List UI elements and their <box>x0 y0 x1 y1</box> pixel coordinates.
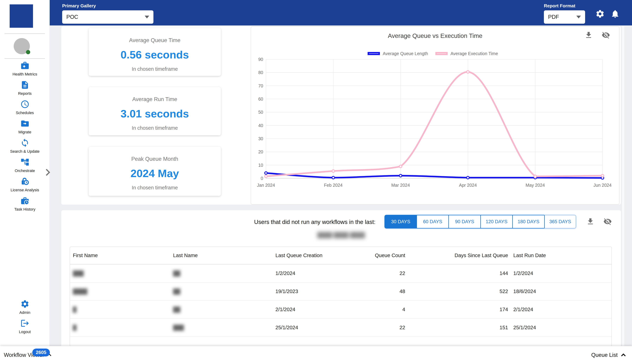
report-format-dropdown[interactable]: PDF <box>544 10 585 24</box>
cell-first-name: ███ <box>70 270 173 276</box>
chevron-down-icon <box>576 16 581 18</box>
hide-chart-eye-off-icon[interactable] <box>602 31 610 40</box>
cell-last-name: ██ <box>173 270 273 276</box>
svg-text:40: 40 <box>258 123 263 128</box>
sidebar-item-search-update[interactable]: Search & Update <box>0 138 50 158</box>
filter-365-days-button[interactable]: 365 DAYS <box>544 215 576 228</box>
primary-gallery-dropdown[interactable]: POC <box>62 10 154 24</box>
sidebar-item-license-analysis[interactable]: License Analysis <box>0 177 50 196</box>
svg-text:70: 70 <box>258 83 263 88</box>
card-value: 0.56 seconds <box>89 48 221 61</box>
cell-last-run-date: 1/2/2024 <box>509 270 612 276</box>
svg-text:20: 20 <box>258 149 263 154</box>
cell-first-name: ████ <box>70 288 173 294</box>
primary-gallery-value: POC <box>66 14 78 20</box>
queue-vs-execution-chart-card: Average Queue vs Execution Time Average … <box>251 26 620 205</box>
health-metrics-icon <box>20 61 30 71</box>
notifications-bell-icon[interactable] <box>610 9 620 18</box>
top-header: Primary Gallery POC Report Format PDF <box>50 0 632 26</box>
cell-days-since-last-queue: 144 <box>406 270 509 276</box>
day-filter-group: 30 DAYS 60 DAYS 90 DAYS 120 DAYS 180 DAY… <box>384 215 576 228</box>
legend-label: Average Queue Length <box>383 51 428 56</box>
filter-180-days-button[interactable]: 180 DAYS <box>512 215 544 228</box>
cell-queue-count: 48 <box>340 288 406 294</box>
svg-text:Feb 2024: Feb 2024 <box>324 183 343 188</box>
task-history-icon <box>20 196 30 206</box>
table-row[interactable]: █ ██ 2/1/2024 4 174 2/1/2024 <box>70 301 612 319</box>
primary-gallery-label: Primary Gallery <box>62 3 154 8</box>
chevron-down-icon <box>145 16 149 18</box>
legend-swatch[interactable] <box>436 52 448 55</box>
sidebar-divider <box>4 58 45 59</box>
sidebar-footer: Admin Logout <box>0 300 50 338</box>
cell-last-run-date: 2/1/2024 <box>509 306 612 312</box>
online-status-dot <box>26 50 30 54</box>
queue-list-label: Queue List <box>591 352 618 358</box>
card-footnote: In chosen timeframe <box>89 66 221 72</box>
sidebar-item-label: License Analysis <box>10 188 39 192</box>
sidebar: Health Metrics Reports Schedules Migrate… <box>0 0 50 346</box>
scrollbar-track[interactable] <box>622 26 625 346</box>
card-title: Average Queue Time <box>89 37 221 44</box>
settings-gear-icon[interactable] <box>595 9 605 18</box>
avatar[interactable] <box>14 38 30 54</box>
legend-label: Average Execution Time <box>450 51 498 56</box>
sidebar-item-migrate[interactable]: Migrate <box>0 119 50 138</box>
svg-text:30: 30 <box>258 136 263 141</box>
col-last-queue-creation: Last Queue Creation <box>273 252 340 258</box>
col-first-name: First Name <box>70 252 173 258</box>
sidebar-item-admin[interactable]: Admin <box>0 300 50 319</box>
download-chart-icon[interactable] <box>584 31 593 40</box>
sidebar-item-orchestrate[interactable]: Orchestrate <box>0 158 50 177</box>
cell-last-name: ██ <box>173 288 273 294</box>
card-title: Average Run Time <box>89 96 221 102</box>
sidebar-item-label: Orchestrate <box>15 168 35 173</box>
cell-queue-count: 4 <box>340 306 406 312</box>
card-value: 2024 May <box>89 167 221 180</box>
table-row[interactable]: ████ ██ 19/1/2023 48 522 18/6/2024 <box>70 282 612 301</box>
svg-text:50: 50 <box>258 110 263 114</box>
table-row[interactable]: █ ███ 25/1/2024 22 151 25/1/2024 <box>70 319 612 337</box>
sidebar-item-schedules[interactable]: Schedules <box>0 100 50 119</box>
orchestrate-icon <box>20 158 30 168</box>
sidebar-item-label: Migrate <box>18 130 31 134</box>
sidebar-item-task-history[interactable]: Task History <box>0 196 50 216</box>
sidebar-item-health-metrics[interactable]: Health Metrics <box>0 61 50 80</box>
avg-queue-time-card: Average Queue Time 0.56 seconds In chose… <box>89 28 221 76</box>
redacted-subtitle: ████ ████ ████ <box>61 232 621 238</box>
migrate-icon <box>20 119 30 129</box>
svg-text:May 2024: May 2024 <box>526 183 545 188</box>
report-format-value: PDF <box>548 14 559 20</box>
search-update-icon <box>20 138 30 148</box>
card-title: Peak Queue Month <box>89 156 221 162</box>
table-row[interactable]: ███ ██ 1/2/2024 22 144 1/2/2024 <box>70 264 612 282</box>
filter-120-days-button[interactable]: 120 DAYS <box>480 215 512 228</box>
col-queue-count: Queue Count <box>340 252 406 258</box>
sidebar-item-label: Search & Update <box>10 149 40 154</box>
bottom-bar: Workflow Viewer 2605 Queue List <box>0 346 632 364</box>
card-footnote: In chosen timeframe <box>89 125 221 131</box>
svg-text:Jun 2024: Jun 2024 <box>594 183 612 188</box>
workflow-viewer-toggle[interactable]: Workflow Viewer 2605 <box>4 346 52 364</box>
col-last-name: Last Name <box>173 252 273 258</box>
hide-table-eye-off-icon[interactable] <box>604 217 612 226</box>
cell-queue-count: 22 <box>340 270 406 276</box>
avg-run-time-card: Average Run Time 3.01 seconds In chosen … <box>89 87 221 135</box>
download-table-icon[interactable] <box>586 217 594 226</box>
filter-90-days-button[interactable]: 90 DAYS <box>448 215 480 228</box>
sidebar-item-reports[interactable]: Reports <box>0 80 50 100</box>
sidebar-expand-chevron-icon[interactable] <box>43 168 52 177</box>
logout-icon <box>20 319 30 328</box>
cell-last-queue-creation: 2/1/2024 <box>273 306 340 312</box>
legend-swatch[interactable] <box>368 52 380 55</box>
sidebar-item-logout[interactable]: Logout <box>0 319 50 338</box>
filter-30-days-button[interactable]: 30 DAYS <box>384 215 416 228</box>
line-chart: 0102030405060708090Jan 2024Feb 2024Mar 2… <box>251 58 619 193</box>
sidebar-item-label: Task History <box>14 207 36 212</box>
svg-text:60: 60 <box>258 96 263 102</box>
queue-list-toggle[interactable]: Queue List <box>591 346 627 364</box>
filter-60-days-button[interactable]: 60 DAYS <box>416 215 448 228</box>
cell-last-queue-creation: 25/1/2024 <box>273 325 340 330</box>
sidebar-item-label: Reports <box>18 91 32 96</box>
workflow-count-badge: 2605 <box>32 348 50 356</box>
